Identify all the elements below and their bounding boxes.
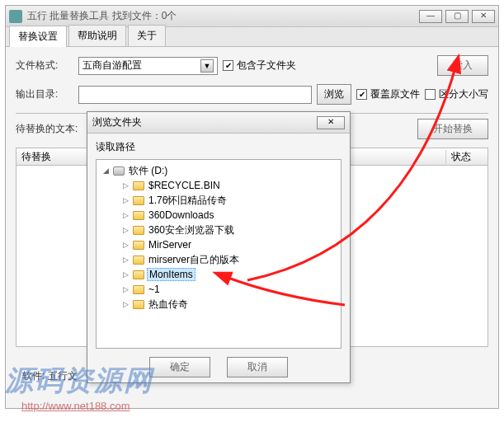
tree-item[interactable]: ▷360安全浏览器下载 (98, 223, 339, 237)
replace-text-label: 待替换的文本: (16, 122, 90, 136)
folder-icon (133, 300, 144, 309)
column-status[interactable]: 状态 (446, 150, 488, 164)
expander-icon[interactable]: ▷ (121, 181, 130, 190)
tab-bar: 替换设置 帮助说明 关于 (6, 27, 498, 47)
app-icon (9, 10, 22, 23)
tab-replace-settings[interactable]: 替换设置 (9, 26, 67, 47)
dialog-close-button[interactable]: ✕ (317, 116, 345, 129)
expander-icon[interactable]: ▷ (121, 300, 130, 309)
file-format-label: 文件格式: (16, 59, 73, 73)
drive-icon (113, 166, 125, 176)
ok-button[interactable]: 确定 (149, 357, 210, 377)
folder-icon (133, 241, 144, 250)
folder-icon (133, 211, 144, 220)
tree-item[interactable]: ▷~1 (98, 282, 339, 297)
expander-icon[interactable]: ▷ (121, 226, 130, 235)
folder-icon (133, 226, 144, 235)
start-replace-button[interactable]: 开始替换 (417, 119, 488, 139)
expander-icon[interactable]: ▷ (121, 211, 130, 220)
folder-icon (133, 285, 144, 294)
file-format-select[interactable]: 五商自游配置 ▼ (78, 57, 218, 75)
browse-folder-dialog: 浏览文件夹 ✕ 读取路径 ◢ 软件 (D:) ▷$RECYCLE.BIN▷1.7… (87, 111, 351, 383)
expander-icon[interactable]: ▷ (121, 285, 130, 294)
path-label: 读取路径 (96, 140, 341, 154)
tree-root[interactable]: ◢ 软件 (D:) (98, 163, 339, 178)
output-dir-label: 输出目录: (16, 87, 73, 101)
watermark: 源码资源网 http://www.net188.com (5, 362, 153, 412)
folder-icon (133, 256, 144, 265)
tree-item[interactable]: ▷MirServer (98, 237, 339, 252)
dialog-titlebar: 浏览文件夹 ✕ (87, 112, 350, 134)
tree-item[interactable]: ▷360Downloads (98, 208, 339, 223)
window-buttons: — ▢ ✕ (419, 10, 495, 23)
read-button[interactable]: 读入 (437, 55, 488, 76)
tab-about[interactable]: 关于 (128, 25, 166, 46)
close-button[interactable]: ✕ (472, 10, 495, 23)
case-sensitive-checkbox[interactable]: 区分大小写 (425, 87, 488, 101)
tree-item[interactable]: ▷MonItems (98, 267, 339, 282)
maximize-button[interactable]: ▢ (445, 10, 469, 23)
checkbox-icon (425, 89, 436, 100)
file-format-value: 五商自游配置 (82, 59, 142, 73)
minimize-button[interactable]: — (419, 10, 442, 23)
dialog-title: 浏览文件夹 (92, 115, 142, 129)
tree-item[interactable]: ▷$RECYCLE.BIN (98, 178, 339, 193)
output-dir-input[interactable] (78, 86, 312, 104)
browse-button[interactable]: 浏览 (317, 84, 351, 105)
folder-icon (133, 270, 144, 279)
expander-icon[interactable]: ▷ (121, 196, 130, 205)
watermark-url: http://www.net188.com (21, 400, 153, 412)
tab-help[interactable]: 帮助说明 (68, 25, 126, 46)
folder-icon (133, 181, 144, 190)
expander-icon[interactable]: ◢ (101, 166, 111, 176)
tree-item[interactable]: ▷热血传奇 (98, 297, 339, 312)
checkbox-icon: ✔ (223, 60, 233, 71)
expander-icon[interactable]: ▷ (121, 270, 130, 279)
expander-icon[interactable]: ▷ (121, 256, 130, 265)
expander-icon[interactable]: ▷ (121, 241, 130, 250)
tree-item[interactable]: ▷1.76怀旧精品传奇 (98, 193, 339, 208)
chevron-down-icon[interactable]: ▼ (200, 59, 214, 73)
folder-icon (133, 196, 144, 205)
overwrite-checkbox[interactable]: ✔ 覆盖原文件 (356, 87, 420, 101)
checkbox-icon: ✔ (356, 89, 367, 100)
cancel-button[interactable]: 取消 (227, 357, 288, 377)
tree-item[interactable]: ▷mirserver自己的版本 (98, 252, 339, 267)
folder-tree[interactable]: ◢ 软件 (D:) ▷$RECYCLE.BIN▷1.76怀旧精品传奇▷360Do… (96, 159, 341, 349)
watermark-text: 源码资源网 (5, 362, 153, 400)
include-subfolder-checkbox[interactable]: ✔ 包含子文件夹 (223, 59, 296, 73)
window-title: 五行 批量替换工具 找到文件：0个 (27, 9, 419, 23)
